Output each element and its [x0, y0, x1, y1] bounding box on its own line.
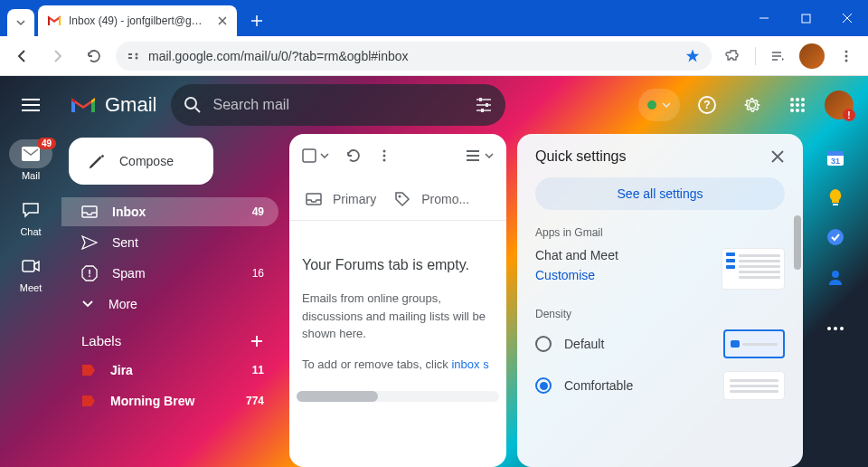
search-options-button[interactable]: [475, 97, 493, 113]
label-jira[interactable]: Jira 11: [61, 356, 278, 385]
site-settings-icon[interactable]: [127, 49, 141, 63]
density-default-option[interactable]: Default: [535, 329, 785, 358]
nav-inbox-label: Inbox: [112, 205, 146, 219]
tab-primary-label: Primary: [333, 192, 376, 206]
browser-tab[interactable]: Inbox (49) - jonfgilbert@gmail.: [38, 5, 237, 36]
rail-item-mail[interactable]: 49 Mail: [5, 134, 56, 186]
search-icon: [184, 96, 202, 114]
new-tab-button[interactable]: [244, 8, 269, 33]
apps-button[interactable]: [779, 87, 816, 123]
rail-item-chat[interactable]: Chat: [5, 190, 56, 243]
search-input[interactable]: [212, 97, 464, 113]
browser-tab-strip: Inbox (49) - jonfgilbert@gmail.: [0, 0, 868, 36]
hamburger-icon: [22, 99, 40, 111]
mail-toolbar: [289, 134, 506, 177]
content-area: Primary Promo... Your Forums tab is empt…: [289, 134, 857, 467]
select-all-checkbox[interactable]: [302, 148, 329, 163]
gmail-logo[interactable]: Gmail: [69, 93, 156, 117]
gmail-logo-icon: [69, 94, 98, 116]
svg-point-38: [832, 271, 839, 278]
tab-primary[interactable]: Primary: [297, 177, 385, 220]
svg-rect-27: [303, 149, 316, 162]
nav-more[interactable]: More: [61, 290, 278, 319]
main-menu-button[interactable]: [13, 87, 49, 123]
meet-icon: [16, 252, 45, 281]
empty-title: Your Forums tab is empty.: [302, 257, 494, 273]
calendar-icon: 31: [826, 148, 844, 167]
nav-sent-label: Sent: [112, 235, 138, 250]
settings-button[interactable]: [734, 87, 770, 123]
maximize-button[interactable]: [785, 0, 826, 36]
tab-search-button[interactable]: [7, 9, 34, 36]
support-button[interactable]: ?: [689, 87, 725, 123]
tune-icon: [475, 97, 493, 113]
checkbox-icon: [302, 148, 316, 163]
calendar-addon-button[interactable]: 31: [826, 148, 844, 167]
settings-close-button[interactable]: [770, 149, 785, 164]
header-actions: ?: [638, 87, 854, 123]
minimize-icon: [759, 13, 769, 24]
list-icon: [465, 149, 481, 162]
svg-point-23: [796, 109, 799, 112]
chevron-down-icon: [81, 300, 94, 309]
search-box[interactable]: [171, 84, 505, 126]
more-actions-button[interactable]: [378, 149, 391, 162]
inbox-settings-link[interactable]: inbox s: [451, 357, 488, 371]
media-control-button[interactable]: [763, 42, 792, 71]
reload-button[interactable]: [80, 42, 108, 71]
side-panel-more-button[interactable]: [826, 326, 844, 331]
gmail-favicon-icon: [47, 14, 61, 28]
scrollbar-thumb[interactable]: [297, 391, 378, 402]
bookmark-button[interactable]: [684, 48, 701, 64]
see-all-settings-button[interactable]: See all settings: [535, 177, 785, 210]
tasks-addon-button[interactable]: [826, 228, 844, 246]
customise-link[interactable]: Customise: [535, 268, 618, 282]
browser-profile-avatar[interactable]: [799, 43, 825, 69]
density-comfortable-option[interactable]: Comfortable: [535, 371, 785, 400]
account-avatar[interactable]: [825, 91, 854, 119]
add-label-button[interactable]: [250, 334, 264, 348]
label-icon: [81, 364, 96, 376]
compose-button[interactable]: Compose: [69, 138, 213, 185]
gmail-logo-text: Gmail: [105, 93, 156, 117]
svg-point-16: [790, 98, 794, 101]
svg-point-21: [801, 103, 805, 107]
density-section: Density Default: [535, 308, 785, 400]
tab-close-button[interactable]: [217, 15, 228, 26]
keep-addon-button[interactable]: [826, 188, 844, 206]
browser-menu-button[interactable]: [832, 42, 861, 71]
nav-sent[interactable]: Sent: [61, 228, 278, 257]
plus-icon: [250, 14, 263, 27]
svg-point-19: [790, 103, 794, 107]
tab-promotions[interactable]: Promo...: [385, 177, 478, 220]
close-icon: [842, 13, 853, 24]
mail-icon: 49: [9, 139, 52, 168]
rail-item-meet[interactable]: Meet: [5, 246, 56, 299]
url-box[interactable]: mail.google.com/mail/u/0/?tab=rm&ogbl#in…: [116, 42, 712, 71]
close-window-button[interactable]: [826, 0, 868, 36]
svg-rect-8: [22, 147, 40, 161]
svg-point-30: [383, 159, 386, 162]
status-chip[interactable]: [638, 89, 680, 121]
settings-scrollbar[interactable]: [794, 215, 801, 270]
sidebar: Compose Inbox 49 Sent ! Spam 16: [61, 134, 278, 467]
radio-unchecked-icon: [535, 336, 552, 352]
svg-point-17: [796, 98, 799, 101]
refresh-button[interactable]: [345, 148, 362, 164]
contacts-addon-button[interactable]: [826, 268, 844, 286]
extensions-button[interactable]: [719, 42, 748, 71]
rail-label-chat: Chat: [20, 226, 41, 237]
minimize-button[interactable]: [743, 0, 785, 36]
label-morning-brew[interactable]: Morning Brew 774: [61, 386, 278, 415]
star-icon: [684, 48, 701, 64]
forward-button[interactable]: [43, 42, 72, 71]
split-pane-button[interactable]: [465, 149, 494, 162]
density-comfortable-label: Comfortable: [564, 378, 633, 393]
nav-inbox[interactable]: Inbox 49: [61, 197, 278, 226]
horizontal-scrollbar[interactable]: [297, 391, 499, 402]
inbox-icon: [81, 205, 98, 218]
svg-rect-36: [833, 204, 838, 205]
nav-spam[interactable]: ! Spam 16: [61, 259, 278, 288]
apps-preview: [722, 248, 785, 290]
back-button[interactable]: [7, 42, 36, 71]
